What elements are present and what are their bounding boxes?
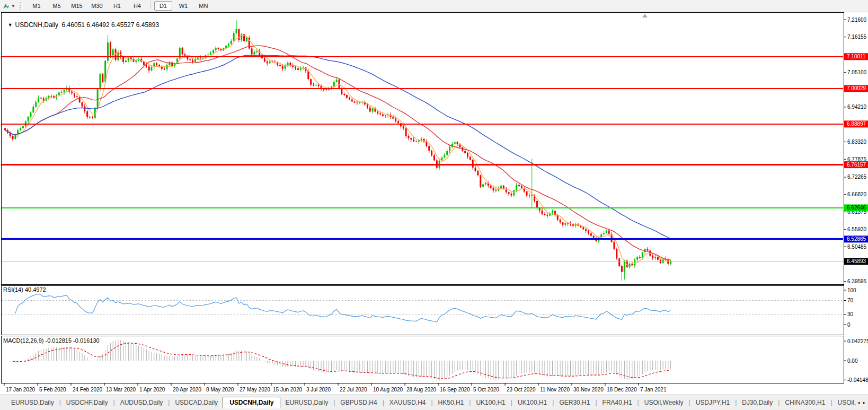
timeframe-button-m15[interactable]: M15 (68, 1, 86, 11)
chart-tab-gbpusd-h4[interactable]: GBPUSD,H4 (335, 397, 382, 408)
candle-body (122, 57, 124, 62)
candle-body (251, 48, 253, 54)
candle-body (20, 128, 21, 130)
chart-stage: 7.216007.161557.051006.942106.833206.778… (0, 12, 868, 397)
candle-body (564, 223, 566, 225)
timeframe-button-w1[interactable]: W1 (174, 1, 192, 11)
candle-body (495, 190, 497, 191)
tab-scroll-controls: ◂ ▸ (856, 395, 867, 410)
candle-body (331, 86, 332, 88)
chart-tab-usdchf-daily[interactable]: USDCHF,Daily (61, 397, 113, 408)
timeframe-button-m5[interactable]: M5 (48, 1, 66, 11)
candle-body (300, 68, 302, 70)
candle-body (385, 115, 386, 116)
date-label: 15 Jun 2020 (273, 387, 302, 392)
candle-body (521, 186, 522, 188)
chart-tab-usdcnh-daily[interactable]: USDCNH,Daily (223, 397, 280, 408)
candle-body (148, 66, 150, 70)
candle-body (4, 128, 6, 130)
candle-body (652, 256, 653, 258)
rsi-indicator-label: RSI(14) 40.4972 (3, 286, 46, 293)
candle-body (636, 257, 638, 260)
chart-tab-dj30-daily[interactable]: DJ30,Daily (737, 397, 777, 408)
date-label: 24 Feb 2020 (73, 387, 103, 392)
chart-tab-ger30-h1[interactable]: GER30,H1 (554, 397, 595, 408)
candle-body (546, 215, 548, 216)
candle-body (282, 66, 284, 69)
chart-tab-xauusd-h4[interactable]: XAUUSD,H4 (385, 397, 431, 408)
timeframe-button-m1[interactable]: M1 (28, 1, 46, 11)
candle-body (84, 107, 85, 111)
timeframe-button-h1[interactable]: H1 (108, 1, 126, 11)
chart-canvas[interactable]: 7.216007.161557.051006.942106.833206.778… (0, 12, 868, 395)
candle-body (171, 63, 173, 66)
timeframe-button-mn[interactable]: MN (194, 1, 212, 11)
candle-body (92, 117, 93, 118)
macd-tick-label: 0.042275 (847, 338, 868, 344)
candle-body (560, 220, 561, 222)
candle-body (562, 222, 563, 225)
candle-body (285, 65, 286, 68)
candle-body (369, 108, 371, 112)
date-label: 23 Oct 2020 (507, 387, 536, 392)
candle-body (593, 236, 595, 238)
tab-scroll-right-icon[interactable]: ▸ (863, 400, 865, 405)
chart-tab-china300-h1[interactable]: CHINA300,H1 (780, 397, 830, 408)
candle-body (367, 104, 368, 108)
chart-title-collapse-icon[interactable]: ▼ (8, 22, 13, 28)
candle-body (233, 33, 235, 41)
candle-body (200, 58, 201, 58)
candle-body (354, 101, 356, 102)
candle-body (71, 92, 73, 93)
timeframe-button-m30[interactable]: M30 (88, 1, 106, 11)
rsi-tick-label: 70 (847, 298, 854, 303)
price-panel (1, 12, 844, 284)
candle-body (590, 233, 592, 236)
candle-body (405, 128, 407, 136)
macd-tick-label: -0.04148 (847, 377, 868, 383)
chart-tab-usdcad-daily[interactable]: USDCAD,Daily (170, 397, 223, 408)
candle-body (40, 98, 42, 98)
candle-body (408, 136, 409, 138)
chart-tab-hk50-h1[interactable]: HK50,H1 (433, 397, 469, 408)
candle-body (267, 62, 268, 63)
candle-body (436, 160, 438, 168)
chart-tab-usdjpy-h1[interactable]: USDJPY,H1 (691, 397, 734, 408)
chart-tab-usoil-weekly[interactable]: USOil,Weekly (640, 397, 688, 408)
candle-body (647, 249, 649, 251)
candle-body (315, 85, 317, 85)
candle-body (313, 85, 314, 85)
candle-body (231, 41, 232, 44)
date-label: 5 Oct 2020 (473, 387, 499, 392)
candle-body (218, 48, 219, 49)
tab-scroll-left-icon[interactable]: ◂ (857, 400, 860, 405)
chart-tab-uk100-h1[interactable]: UK100,H1 (471, 397, 510, 408)
tool-dropdown-caret-icon[interactable]: ▼ (11, 4, 15, 8)
chart-tab-eurusd-daily[interactable]: EURUSD,Daily (280, 397, 333, 408)
candle-body (32, 107, 34, 112)
candle-body (256, 51, 258, 52)
candle-body (269, 62, 271, 63)
candle-body (356, 102, 358, 103)
candle-body (76, 96, 78, 97)
chart-cursor-icon[interactable] (1, 2, 11, 10)
candle-body (539, 208, 541, 211)
candle-body (475, 168, 476, 171)
price-badge-label: 7.00029 (847, 85, 866, 91)
price-badge-label: 6.62646 (847, 205, 866, 211)
candle-body (125, 60, 127, 62)
candle-body (382, 115, 384, 116)
toolbar-grip[interactable] (20, 2, 23, 10)
date-label: 5 Feb 2020 (39, 387, 66, 392)
candle-body (485, 183, 486, 184)
timeframe-button-h4[interactable]: H4 (128, 1, 146, 11)
candle-body (112, 49, 114, 55)
chart-tab-fra40-h1[interactable]: FRA40,H1 (598, 397, 637, 408)
chart-tab-audusd-daily[interactable]: AUDUSD,Daily (116, 397, 168, 408)
chart-tab-eurusd-daily[interactable]: EURUSD,Daily (6, 397, 59, 408)
candle-body (295, 67, 296, 68)
chart-tab-uk100-h1[interactable]: UK100,H1 (513, 397, 552, 408)
timeframe-button-d1[interactable]: D1 (154, 1, 172, 11)
candle-body (392, 117, 394, 118)
candle-body (618, 258, 620, 266)
